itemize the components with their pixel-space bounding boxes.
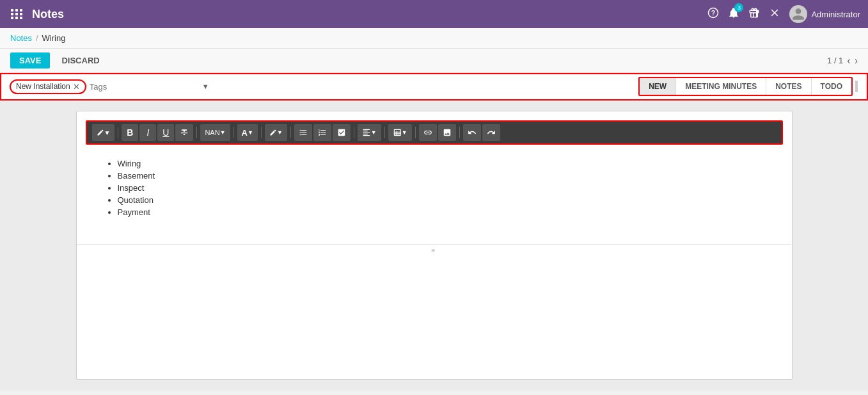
tags-input[interactable] <box>90 82 197 92</box>
pagination-display: 1 / 1 <box>827 56 843 65</box>
action-bar: SAVE DISCARD 1 / 1 ‹ › <box>0 49 868 73</box>
list-item: Inspect <box>118 182 766 194</box>
user-menu[interactable]: Administrator <box>789 5 860 23</box>
filter-tab-new[interactable]: NEW <box>640 78 676 95</box>
filter-tab-meeting-minutes[interactable]: MEETING MINUTES <box>676 78 766 95</box>
filter-tab-notes[interactable]: NOTES <box>766 78 811 95</box>
toolbar-link-button[interactable] <box>419 124 437 141</box>
toolbar-checklist-button[interactable] <box>333 124 351 141</box>
notifications-icon[interactable]: 3 <box>728 7 739 21</box>
prev-page-button[interactable]: ‹ <box>847 55 850 67</box>
editor-content[interactable]: Wiring Basement Inspect Quotation Paymen… <box>77 145 792 231</box>
toolbar-underline-button[interactable]: U <box>157 124 174 141</box>
content-list: Wiring Basement Inspect Quotation Paymen… <box>102 157 766 218</box>
discard-button[interactable]: DISCARD <box>55 52 106 69</box>
tag-label: New Installation <box>16 82 70 91</box>
help-icon[interactable]: ? <box>707 7 719 21</box>
tags-bar: New Installation ✕ ▼ NEW MEETING MINUTES… <box>0 73 868 101</box>
toolbar-ordered-list-button[interactable] <box>313 124 331 141</box>
list-item: Quotation <box>118 194 766 206</box>
notification-badge: 3 <box>734 3 743 12</box>
next-page-button[interactable]: › <box>855 55 858 67</box>
toolbar-align-button[interactable]: ▼ <box>358 124 381 141</box>
toolbar-strikethrough-button[interactable] <box>175 124 193 141</box>
breadcrumb-separator: / <box>36 33 38 43</box>
breadcrumb-current: Wiring <box>42 33 66 43</box>
list-item: Wiring <box>118 157 766 170</box>
save-button[interactable]: SAVE <box>10 52 50 69</box>
resize-icon: ≡ <box>432 247 437 254</box>
list-item: Basement <box>118 170 766 182</box>
svg-text:?: ? <box>711 9 715 17</box>
editor-resize-handle[interactable]: ≡ <box>77 244 792 257</box>
tag-new-installation: New Installation ✕ <box>10 80 86 93</box>
breadcrumb: Notes / Wiring <box>0 28 868 49</box>
breadcrumb-parent-link[interactable]: Notes <box>10 33 32 43</box>
tag-remove-button[interactable]: ✕ <box>73 82 80 92</box>
toolbar-redo-button[interactable] <box>482 124 500 141</box>
list-item: Payment <box>118 206 766 218</box>
toolbar-style-button[interactable]: ▼ <box>92 124 115 141</box>
toolbar-highlight-button[interactable]: ▼ <box>265 124 287 141</box>
tags-dropdown-arrow[interactable]: ▼ <box>202 83 209 90</box>
toolbar-italic-button[interactable]: I <box>139 124 156 141</box>
topbar: Notes ? 3 Administrator <box>0 0 868 28</box>
filter-tab-todo[interactable]: TODO <box>812 78 851 95</box>
toolbar-font-color-button[interactable]: A ▼ <box>237 124 258 141</box>
gift-icon[interactable] <box>748 7 760 21</box>
app-title: Notes <box>32 8 64 21</box>
toolbar-unordered-list-button[interactable] <box>294 124 312 141</box>
toolbar-undo-button[interactable] <box>463 124 481 141</box>
pagination: 1 / 1 ‹ › <box>827 55 858 67</box>
toolbar-font-button[interactable]: NAN ▼ <box>200 124 230 141</box>
editor-toolbar: ▼ B I U NAN ▼ A ▼ ▼ <box>86 120 783 145</box>
toolbar-image-button[interactable] <box>438 124 456 141</box>
filter-tabs: NEW MEETING MINUTES NOTES TODO <box>638 77 853 96</box>
sidebar-toggle-icon[interactable] <box>855 81 858 92</box>
note-editor: ▼ B I U NAN ▼ A ▼ ▼ <box>76 111 793 380</box>
toolbar-table-button[interactable]: ▼ <box>388 124 412 141</box>
app-menu-icon[interactable] <box>8 5 26 23</box>
toolbar-bold-button[interactable]: B <box>122 124 138 141</box>
close-icon[interactable] <box>769 7 780 21</box>
avatar <box>789 5 807 23</box>
user-name-label: Administrator <box>811 10 860 19</box>
main-content: ▼ B I U NAN ▼ A ▼ ▼ <box>0 101 868 390</box>
